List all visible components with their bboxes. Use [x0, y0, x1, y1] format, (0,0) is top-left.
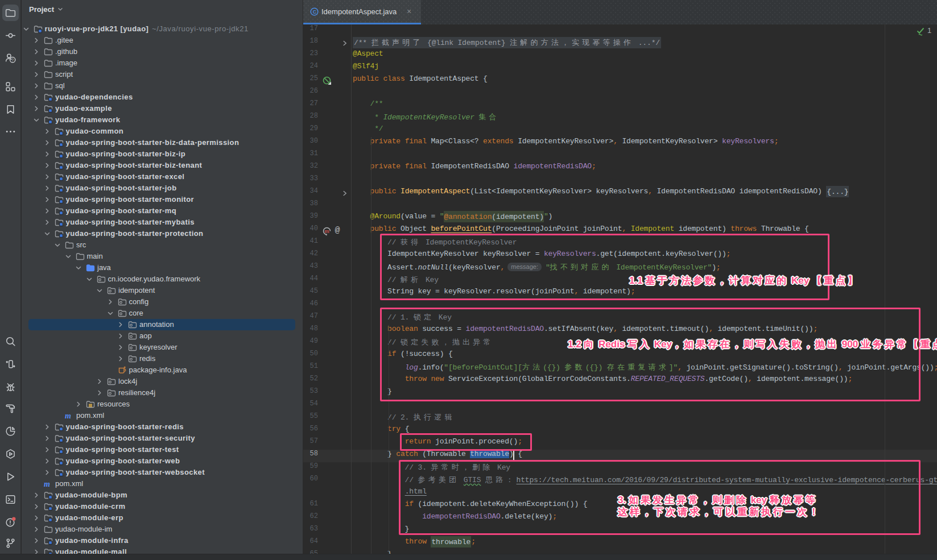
- svg-text:m: m: [324, 228, 329, 234]
- svg-text:?: ?: [11, 58, 14, 62]
